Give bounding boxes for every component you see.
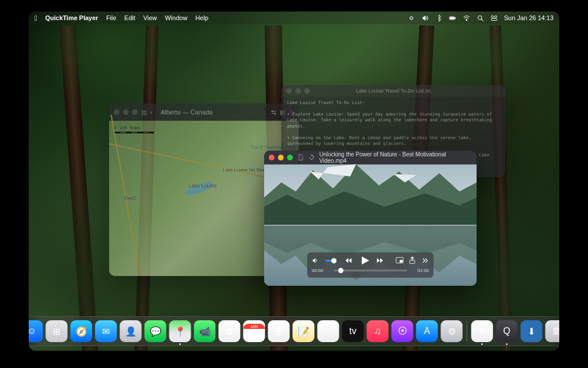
- pip-button[interactable]: [396, 256, 404, 264]
- wifi-icon[interactable]: [463, 14, 470, 22]
- sidebar-toggle-icon[interactable]: ▥: [141, 109, 147, 116]
- textedit-title: Lake Louise Travel To-Do List.txt: [356, 88, 431, 94]
- time-elapsed: 00:00: [312, 268, 328, 273]
- map-scale: 0 2.5 5 km: [114, 125, 154, 133]
- route-icon[interactable]: ⇆: [271, 109, 276, 116]
- dock-separator: [467, 321, 467, 342]
- zoom-button[interactable]: [132, 109, 138, 115]
- svg-rect-2: [455, 17, 455, 19]
- volume-icon[interactable]: [421, 14, 429, 22]
- bluetooth-icon[interactable]: [435, 14, 443, 22]
- dock-calendar[interactable]: JAN26: [243, 320, 265, 342]
- dock-textedit[interactable]: ✎: [471, 320, 493, 342]
- dock-safari[interactable]: 🧭: [71, 320, 92, 342]
- map-label-field[interactable]: Field: [124, 195, 136, 201]
- quicktime-window[interactable]: Unlocking the Power of Nature - Best Mot…: [264, 151, 477, 286]
- menubar-clock[interactable]: Sun Jan 26 14:13: [504, 14, 554, 21]
- menubar:  QuickTime Player File Edit View Window…: [29, 12, 559, 24]
- dock-contacts[interactable]: 👤: [120, 320, 142, 342]
- minimize-button[interactable]: [123, 109, 129, 115]
- menubar-app-name[interactable]: QuickTime Player: [45, 14, 98, 21]
- maps-title: Alberta — Canada: [156, 109, 268, 116]
- fast-forward-button[interactable]: [376, 256, 384, 264]
- apple-menu[interactable]: : [34, 14, 37, 22]
- dock-system-settings[interactable]: ⚙︎: [441, 320, 463, 342]
- zoom-button[interactable]: [304, 88, 310, 94]
- svg-point-4: [466, 20, 467, 21]
- svg-point-5: [478, 16, 482, 20]
- video-viewport[interactable]: 00:00 01:00: [264, 164, 477, 286]
- menu-window[interactable]: Window: [165, 14, 187, 21]
- dock-music[interactable]: ♫: [367, 320, 389, 342]
- svg-rect-8: [491, 18, 497, 20]
- dock-podcasts[interactable]: ⦿: [392, 320, 413, 342]
- map-label-lake-louise[interactable]: Lake Louise: [189, 183, 217, 189]
- svg-rect-6: [491, 16, 493, 17]
- time-remaining: 01:00: [413, 268, 429, 273]
- share-button[interactable]: [408, 256, 416, 264]
- svg-point-0: [410, 17, 413, 20]
- dock-finder[interactable]: ☺︎: [29, 320, 43, 342]
- dock: ☺︎⊞🧭✉︎👤💬📍📹✿JAN26☰📝〰︎tv♫⦿A⚙︎✎Q⬇︎🗑: [29, 316, 559, 346]
- dock-notes[interactable]: 📝: [293, 320, 315, 342]
- menu-view[interactable]: View: [144, 14, 157, 21]
- textedit-titlebar[interactable]: Lake Louise Travel To-Do List.txt: [281, 85, 505, 97]
- control-center-icon[interactable]: [490, 14, 498, 22]
- dock-launchpad[interactable]: ⊞: [46, 320, 68, 342]
- menu-edit[interactable]: Edit: [125, 14, 136, 21]
- back-button[interactable]: ‹: [150, 109, 153, 116]
- playback-controls: 00:00 01:00: [307, 252, 434, 278]
- dock-freeform[interactable]: 〰︎: [318, 320, 339, 342]
- volume-icon[interactable]: [312, 256, 320, 264]
- dock-mail[interactable]: ✉︎: [95, 320, 117, 342]
- dock-messages[interactable]: 💬: [145, 320, 167, 342]
- spotlight-icon[interactable]: [477, 14, 484, 22]
- dock-photos[interactable]: ✿: [219, 320, 241, 342]
- dock-quicktime[interactable]: Q: [496, 320, 518, 342]
- actions-button[interactable]: [421, 256, 429, 264]
- dock-maps[interactable]: 📍: [169, 320, 191, 342]
- dock-appstore[interactable]: A: [416, 320, 438, 342]
- rewind-button[interactable]: [345, 256, 353, 264]
- minimize-button[interactable]: [295, 88, 301, 94]
- dock-facetime[interactable]: 📹: [194, 320, 216, 342]
- play-button[interactable]: [359, 255, 370, 266]
- close-button[interactable]: [114, 109, 119, 115]
- desktop:  QuickTime Player File Edit View Window…: [29, 12, 559, 351]
- menu-file[interactable]: File: [106, 14, 117, 21]
- dock-tv[interactable]: tv: [342, 320, 364, 342]
- close-button[interactable]: [286, 88, 292, 94]
- dock-trash[interactable]: 🗑: [546, 320, 560, 342]
- maps-toolbar: ▥ ‹ Alberta — Canada ⇆ ▦ ⇧: [109, 103, 299, 121]
- menu-help[interactable]: Help: [195, 14, 208, 21]
- timeline-slider[interactable]: [334, 270, 407, 271]
- svg-rect-10: [400, 260, 403, 262]
- svg-rect-7: [494, 16, 497, 17]
- map-label-ski[interactable]: Lake Louise Ski Resort: [223, 167, 270, 172]
- volume-slider[interactable]: [326, 260, 334, 262]
- dock-downloads[interactable]: ⬇︎: [521, 320, 543, 342]
- spotlight-decor-icon[interactable]: [408, 14, 415, 22]
- dock-reminders[interactable]: ☰: [268, 320, 290, 342]
- battery-icon[interactable]: [449, 14, 457, 22]
- svg-rect-3: [450, 17, 454, 18]
